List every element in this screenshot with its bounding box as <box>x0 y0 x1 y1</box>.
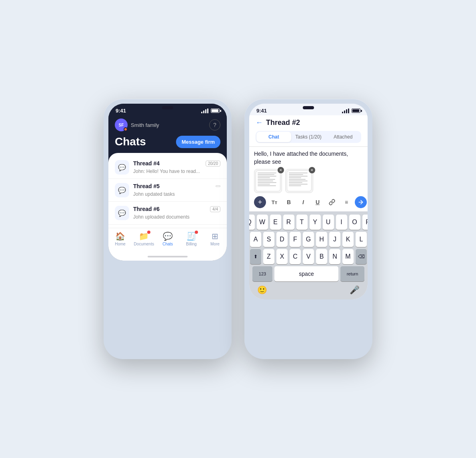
add-button[interactable]: + <box>254 196 266 208</box>
nav-label-chats: Chats <box>162 242 173 246</box>
thread-name: Thread #5 <box>133 183 160 189</box>
nav-item-billing[interactable]: 🧾 Billing <box>181 231 201 246</box>
attachment-2: ✕ <box>285 169 313 193</box>
nav-item-home[interactable]: 🏠 Home <box>110 231 130 246</box>
key-q[interactable]: Q <box>249 215 255 230</box>
key-delete[interactable]: ⌫ <box>356 249 367 264</box>
mic-button[interactable]: 🎤 <box>345 285 364 295</box>
key-e[interactable]: E <box>270 215 281 230</box>
thread-preview: John updated tasks <box>133 191 175 197</box>
key-j[interactable]: J <box>329 232 340 247</box>
list-button[interactable]: ≡ <box>340 196 352 208</box>
status-bar-2: 9:41 <box>249 104 368 115</box>
attachments-row: ✕ <box>254 169 363 193</box>
key-l[interactable]: L <box>356 232 367 247</box>
tab-chat[interactable]: Chat <box>256 132 291 142</box>
key-s[interactable]: S <box>263 232 274 247</box>
avatar: SF <box>115 119 128 131</box>
nav-item-chats[interactable]: 💬 Chats <box>158 231 178 246</box>
key-return[interactable]: return <box>340 266 364 281</box>
composer-message-text[interactable]: Hello, I have attached the documents, pl… <box>254 150 363 166</box>
key-shift[interactable]: ⬆ <box>250 249 261 264</box>
key-v[interactable]: V <box>303 249 314 264</box>
keyboard-emoji-row: 🙂 🎤 <box>251 283 366 298</box>
home-indicator <box>108 253 227 261</box>
key-o[interactable]: O <box>349 215 360 230</box>
status-bar-1: 9:41 <box>108 104 227 115</box>
thread-badge <box>216 185 220 187</box>
key-h[interactable]: H <box>316 232 327 247</box>
billing-icon: 🧾 <box>186 231 196 241</box>
keyboard-row-3: ⬆ Z X C V B N M ⌫ <box>251 249 366 264</box>
home-icon: 🏠 <box>115 231 125 241</box>
key-d[interactable]: D <box>276 232 288 247</box>
key-x[interactable]: X <box>276 249 288 264</box>
phone-2: 9:41 ← Thread #2 Chat <box>244 99 372 359</box>
key-y[interactable]: Y <box>310 215 321 230</box>
status-time-2: 9:41 <box>256 108 267 114</box>
help-button[interactable]: ? <box>209 119 220 131</box>
avatar-dot <box>124 127 128 131</box>
status-icons-2 <box>342 108 360 113</box>
link-button[interactable] <box>326 196 338 208</box>
thread-detail: ← Thread #2 Chat Tasks (1/20) Attached <box>249 115 368 299</box>
status-time-1: 9:41 <box>116 108 126 114</box>
thread-name: Thread #4 <box>133 160 160 167</box>
bottom-nav: 🏠 Home 📁 Documents 💬 Chats 🧾 <box>108 228 227 253</box>
key-r[interactable]: R <box>283 215 294 230</box>
documents-icon: 📁 <box>139 231 149 241</box>
key-w[interactable]: W <box>257 215 268 230</box>
thread-item[interactable]: 💬 Thread #6 4/4 John uploaded documents <box>108 202 227 225</box>
key-m[interactable]: M <box>342 249 354 264</box>
bold-button[interactable]: B <box>283 196 295 208</box>
phone-1: 9:41 SF Smith family <box>104 99 232 359</box>
key-n[interactable]: N <box>329 249 340 264</box>
tab-attached[interactable]: Attached <box>326 132 360 142</box>
nav-label-more: More <box>210 242 220 246</box>
app-header: SF Smith family ? Chats Message firm <box>108 115 227 153</box>
thread-list: 💬 Thread #4 20/20 John: Hello! You have … <box>108 153 227 228</box>
home-bar <box>148 256 188 257</box>
key-u[interactable]: U <box>323 215 334 230</box>
key-c[interactable]: C <box>290 249 301 264</box>
key-t[interactable]: T <box>296 215 308 230</box>
key-g[interactable]: G <box>303 232 314 247</box>
attachment-1: ✕ <box>254 169 282 193</box>
text-type-button[interactable]: Tт <box>268 196 280 208</box>
thread-item[interactable]: 💬 Thread #5 John updated tasks <box>108 179 227 202</box>
key-space[interactable]: space <box>274 266 338 281</box>
emoji-button[interactable]: 🙂 <box>252 285 272 295</box>
key-123[interactable]: 123 <box>252 266 272 281</box>
thread-badge: 4/4 <box>210 206 220 212</box>
keyboard: Q W E R T Y U I O P A S D F G H <box>249 211 368 299</box>
thread-detail-header: ← Thread #2 Chat Tasks (1/20) Attached <box>249 115 368 147</box>
thread-icon: 💬 <box>115 183 129 197</box>
nav-item-documents[interactable]: 📁 Documents <box>134 231 154 246</box>
italic-button[interactable]: I <box>297 196 309 208</box>
toolbar-row: + Tт B I U ≡ <box>254 196 363 208</box>
key-i[interactable]: I <box>336 215 347 230</box>
key-b[interactable]: B <box>316 249 327 264</box>
status-icons-1 <box>201 108 220 113</box>
key-a[interactable]: A <box>250 232 261 247</box>
thread-item[interactable]: 💬 Thread #4 20/20 John: Hello! You have … <box>108 156 227 179</box>
nav-label-documents: Documents <box>134 242 154 246</box>
tab-tasks[interactable]: Tasks (1/20) <box>291 132 326 142</box>
back-button[interactable]: ← <box>256 119 263 127</box>
key-f[interactable]: F <box>290 232 301 247</box>
nav-item-more[interactable]: ⊞ More <box>205 231 225 246</box>
send-button[interactable] <box>355 196 367 208</box>
key-p[interactable]: P <box>362 215 368 230</box>
message-firm-button[interactable]: Message firm <box>176 136 220 148</box>
underline-button[interactable]: U <box>312 196 324 208</box>
key-k[interactable]: K <box>342 232 354 247</box>
thread-content: Thread #5 John updated tasks <box>133 183 220 197</box>
key-z[interactable]: Z <box>263 249 274 264</box>
thread-preview: John uploaded documents <box>133 214 190 220</box>
keyboard-row-bottom: 123 space return <box>251 266 366 281</box>
composer: Hello, I have attached the documents, pl… <box>249 147 368 211</box>
billing-badge <box>195 231 198 234</box>
attachment-close-1[interactable]: ✕ <box>278 167 284 173</box>
thread-badge: 20/20 <box>206 161 220 167</box>
attachment-close-2[interactable]: ✕ <box>309 167 315 173</box>
